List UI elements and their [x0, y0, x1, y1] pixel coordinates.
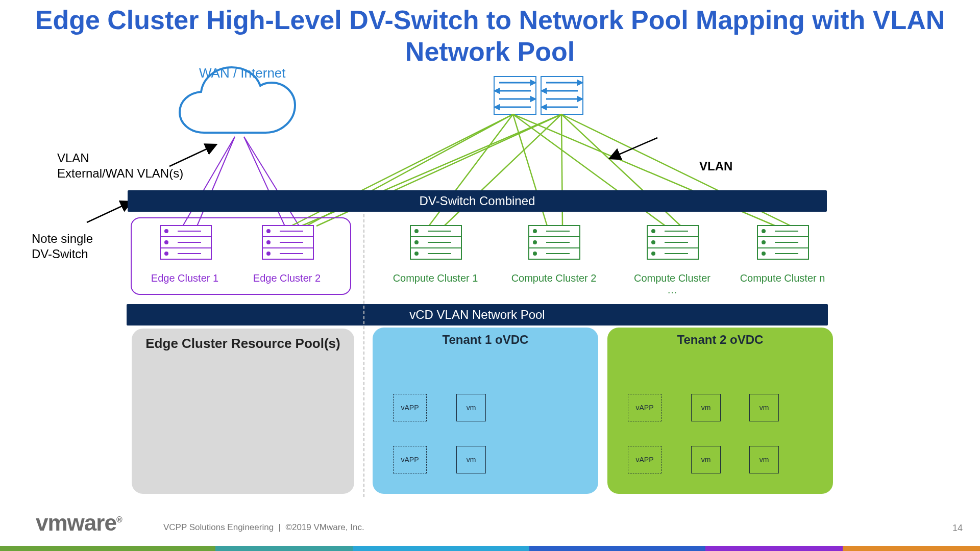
edge-cluster-2-label: Edge Cluster 2 [251, 272, 323, 284]
server-icon [647, 226, 698, 259]
vmware-logo-text: vmware [36, 510, 116, 535]
network-pool-bar: vCD VLAN Network Pool [127, 304, 828, 325]
compute-cluster-1-label: Compute Cluster 1 [392, 272, 479, 284]
svg-line-2 [244, 137, 285, 226]
footer-gradient-bar [0, 546, 980, 551]
edge-resource-pool-panel: Edge Cluster Resource Pool(s) [132, 329, 354, 494]
svg-line-34 [169, 145, 215, 166]
svg-rect-13 [541, 77, 583, 114]
vm-box: vm [749, 394, 779, 421]
svg-point-85 [762, 230, 765, 233]
svg-rect-56 [410, 237, 461, 248]
svg-marker-19 [578, 97, 582, 101]
svg-rect-64 [529, 226, 580, 237]
svg-line-0 [183, 137, 235, 226]
svg-marker-8 [495, 89, 499, 93]
compute-cluster-ellipsis-label: Compute Cluster … [629, 272, 716, 296]
svg-point-78 [652, 252, 655, 255]
svg-marker-21 [542, 105, 546, 109]
vapp-box: vAPP [393, 446, 427, 473]
svg-rect-4 [494, 77, 536, 114]
svg-marker-6 [531, 81, 535, 85]
svg-point-60 [415, 252, 418, 255]
svg-rect-82 [757, 226, 808, 237]
dvswitch-bar: DV-Switch Combined [128, 190, 827, 212]
server-icon [757, 226, 808, 259]
svg-point-87 [762, 252, 765, 255]
vmware-logo: vmware® [36, 510, 122, 536]
compute-cluster-2-label: Compute Cluster 2 [510, 272, 597, 284]
anno-ext-vlan-2: External/WAN VLAN(s) [57, 166, 183, 181]
slide-title: Edge Cluster High-Level DV-Switch to Net… [0, 4, 980, 68]
svg-point-58 [415, 230, 418, 233]
svg-marker-15 [578, 81, 582, 85]
svg-rect-73 [647, 226, 698, 237]
vapp-box: vAPP [628, 394, 662, 421]
svg-rect-55 [410, 226, 461, 237]
svg-point-86 [762, 241, 765, 244]
svg-point-67 [533, 230, 536, 233]
svg-marker-10 [531, 97, 535, 101]
anno-note-1: Note single [32, 232, 93, 246]
svg-line-35 [87, 202, 131, 222]
anno-ext-vlan-1: VLAN [57, 151, 89, 165]
vm-box: vm [456, 446, 486, 473]
purple-links [183, 137, 299, 226]
switch-icon-left [494, 77, 536, 114]
svg-rect-84 [757, 248, 808, 259]
svg-point-76 [652, 230, 655, 233]
svg-point-69 [533, 252, 536, 255]
server-icon [529, 226, 580, 259]
tenant1-title: Tenant 1 oVDC [373, 333, 598, 347]
anno-right-vlan: VLAN [699, 159, 732, 173]
switch-icon-right [541, 77, 583, 114]
tenant1-panel: Tenant 1 oVDC vAPP vm vAPP vm [373, 328, 598, 494]
vertical-separator [363, 214, 364, 497]
svg-line-36 [610, 138, 657, 158]
page-number: 14 [952, 523, 963, 534]
svg-rect-75 [647, 248, 698, 259]
svg-point-68 [533, 241, 536, 244]
svg-rect-66 [529, 248, 580, 259]
server-icon [410, 226, 461, 259]
svg-marker-12 [495, 105, 499, 109]
edge-cluster-1-label: Edge Cluster 1 [149, 272, 220, 284]
compute-cluster-n-label: Compute Cluster n [739, 272, 826, 284]
anno-note-2: DV-Switch [32, 247, 88, 261]
svg-rect-74 [647, 237, 698, 248]
svg-rect-65 [529, 237, 580, 248]
tenant2-title: Tenant 2 oVDC [607, 333, 833, 347]
vm-box: vm [749, 446, 779, 473]
vapp-box: vAPP [628, 446, 662, 473]
edge-pool-title: Edge Cluster Resource Pool(s) [132, 336, 354, 352]
svg-point-77 [652, 241, 655, 244]
svg-point-59 [415, 241, 418, 244]
registered-mark: ® [116, 515, 122, 524]
svg-rect-83 [757, 237, 808, 248]
tenant2-panel: Tenant 2 oVDC vAPP vm vm vAPP vm vm [607, 328, 833, 494]
vapp-box: vAPP [393, 394, 427, 421]
vm-box: vm [456, 394, 486, 421]
svg-marker-17 [542, 89, 546, 93]
slide: Edge Cluster High-Level DV-Switch to Net… [0, 0, 980, 551]
footer-text: VCPP Solutions Engineering | ©2019 VMwar… [163, 522, 364, 533]
wan-label: WAN / Internet [199, 65, 286, 81]
vm-box: vm [691, 446, 721, 473]
svg-line-3 [244, 137, 299, 226]
vm-box: vm [691, 394, 721, 421]
svg-line-1 [197, 137, 235, 226]
svg-rect-57 [410, 248, 461, 259]
